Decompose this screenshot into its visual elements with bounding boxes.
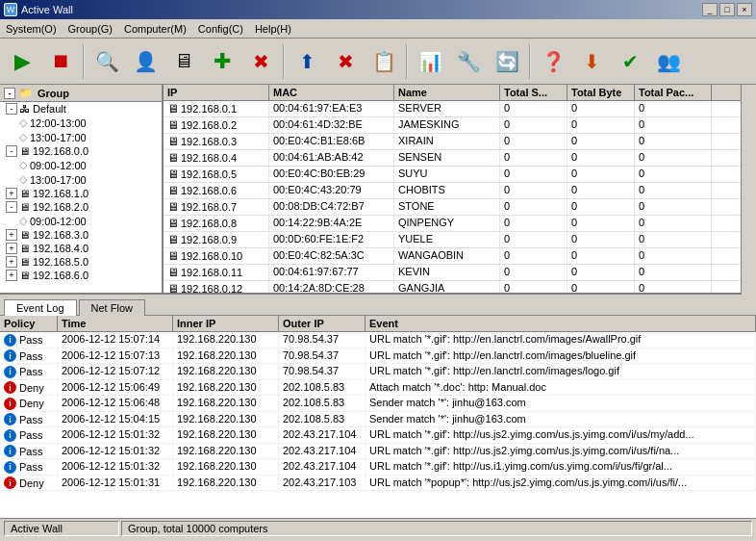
computer-row[interactable]: 🖥 192.168.0.5 00:E0:4C:B0:EB:29 SUYU 0 0… [164,167,756,183]
user-button[interactable]: 👤 [127,42,164,81]
tree-row-ip1[interactable]: - 🖥 192.168.0.0 [0,144,162,158]
computer-row[interactable]: 🖥 192.168.0.4 00:04:61:AB:AB:42 SENSEN 0… [164,150,756,167]
tree-row-ip3[interactable]: - 🖥 192.168.2.0 [0,200,162,214]
policy-up-button[interactable]: ⬆ [289,42,325,81]
log-cell-innerip: 192.168.220.130 [173,332,279,348]
policy-label: Pass [19,350,42,362]
tree-row-time5[interactable]: ◇ 09:00-12:00 [0,214,162,228]
stop-button[interactable]: ⏹ [42,42,79,81]
expand-ip2[interactable]: + [6,188,17,199]
cell-name: SENSEN [394,150,500,166]
tree-row-time4[interactable]: ◇ 13:00-17:00 [0,172,162,187]
minimize-button[interactable]: _ [702,3,718,16]
computer-row[interactable]: 🖥 192.168.0.6 00:E0:4C:43:20:79 CHOBITS … [164,183,756,199]
tools-button[interactable]: 🔧 [450,42,487,81]
tree-label-ip7: 192.168.6.0 [33,270,88,281]
computer-row[interactable]: 🖥 192.168.0.11 00:04:61:97:67:77 KEVIN 0… [164,265,756,281]
col-mac: MAC [269,85,394,100]
log-row[interactable]: i Pass 2006-12-12 15:07:14 192.168.220.1… [0,332,756,348]
cell-mac: 00:14:22:9B:4A:2E [269,216,394,231]
help-button[interactable]: ❓ [535,42,571,81]
log-cell-policy: i Pass [0,364,58,379]
log-row[interactable]: i Pass 2006-12-12 15:07:12 192.168.220.1… [0,364,756,380]
cell-name: JAMESKING [394,117,500,133]
log-cell-innerip: 192.168.220.130 [173,348,279,364]
expand-ip3[interactable]: - [6,201,17,213]
tree-row-time2[interactable]: ◇ 13:00-17:00 [0,130,162,144]
cell-totalpac: 0 [635,265,712,280]
cell-totalbyte: 0 [567,134,635,149]
computer-row[interactable]: 🖥 192.168.0.10 00:E0:4C:82:5A:3C WANGAOB… [164,248,756,265]
tree-root-expand[interactable]: - [4,88,15,99]
expand-default[interactable]: - [6,103,17,115]
tree-row-time3[interactable]: ◇ 09:00-12:00 [0,158,162,172]
expand-ip6[interactable]: + [6,256,17,268]
cell-ip: 192.168.0.9 [181,234,237,245]
add-group-button[interactable]: ✚ [204,42,240,81]
cell-ip: 192.168.0.3 [181,136,237,147]
title-bar-controls[interactable]: _ □ × [702,3,752,16]
computer-row[interactable]: 🖥 192.168.0.12 00:14:2A:8D:CE:28 GANGJIA… [164,281,756,293]
log-row[interactable]: i Pass 2006-12-12 15:07:13 192.168.220.1… [0,348,756,365]
expand-ip4[interactable]: + [6,229,17,241]
menu-group[interactable]: Group(G) [63,21,118,37]
menu-system[interactable]: System(O) [0,21,63,37]
tree-row-time1[interactable]: ◇ 12:00-13:00 [0,116,162,130]
search-button[interactable]: 🔍 [88,42,125,81]
log-row[interactable]: i Deny 2006-12-12 15:06:49 192.168.220.1… [0,380,756,397]
tab-event-log[interactable]: Event Log [4,299,77,316]
log-row[interactable]: i Pass 2006-12-12 15:04:15 192.168.220.1… [0,412,756,428]
computer-button[interactable]: 🖥 [165,42,202,81]
tree-label-time3: 09:00-12:00 [30,160,87,171]
computer-row[interactable]: 🖥 192.168.0.2 00:04:61:4D:32:BE JAMESKIN… [164,117,756,134]
computer-row[interactable]: 🖥 192.168.0.9 00:0D:60:FE:1E:F2 YUELE 0 … [164,232,756,248]
download-button[interactable]: ⬇ [573,42,610,81]
play-button[interactable]: ▶ [4,42,40,81]
log-cell-policy: i Deny [0,396,58,411]
log-cell-policy: i Pass [0,444,58,459]
expand-ip1[interactable]: - [6,145,17,157]
policy-report-button[interactable]: 📋 [365,42,402,81]
cell-totals: 0 [500,265,567,280]
computer-scrollbar[interactable] [741,85,756,293]
menu-help[interactable]: Help(H) [249,21,297,37]
toolbar: ▶ ⏹ 🔍 👤 🖥 ✚ ✖ ⬆ ✖ 📋 📊 🔧 🔄 [0,39,756,85]
tree-label-default: Default [33,103,66,115]
expand-ip7[interactable]: + [6,270,17,281]
log-cell-event: URL match '*.gif': http://us.js2.yimg.co… [365,444,756,459]
expand-ip5[interactable]: + [6,243,17,254]
menu-computer[interactable]: Computer(M) [118,21,192,37]
users-button[interactable]: 👥 [650,42,687,81]
log-row[interactable]: i Deny 2006-12-12 15:01:31 192.168.220.1… [0,476,756,492]
maximize-button[interactable]: □ [719,3,735,16]
log-cell-event: URL match '*.gif': http://en.lanctrl.com… [365,332,756,348]
log-row[interactable]: i Pass 2006-12-12 15:01:32 192.168.220.1… [0,427,756,444]
tree-row-ip7[interactable]: + 🖥 192.168.6.0 [0,269,162,282]
refresh-button[interactable]: 🔄 [489,42,525,81]
tree-row-ip2[interactable]: + 🖥 192.168.1.0 [0,187,162,200]
cell-totals: 0 [500,167,567,182]
status-pane-1: Active Wall [4,521,119,536]
policy-up-icon: ⬆ [293,48,320,75]
computer-row[interactable]: 🖥 192.168.0.3 00:E0:4C:B1:E8:6B XIRAIN 0… [164,134,756,150]
cell-totals: 0 [500,150,567,166]
delete-button[interactable]: ✖ [242,42,279,81]
tree-row-ip4[interactable]: + 🖥 192.168.3.0 [0,228,162,242]
log-row[interactable]: i Pass 2006-12-12 15:01:32 192.168.220.1… [0,459,756,476]
tab-net-flow[interactable]: Net Flow [79,299,145,316]
tree-row-ip6[interactable]: + 🖥 192.168.5.0 [0,255,162,269]
tree-row-ip5[interactable]: + 🖥 192.168.4.0 [0,242,162,255]
policy-deny-button[interactable]: ✖ [327,42,364,81]
log-cell-outerip: 202.108.5.83 [279,396,365,411]
close-button[interactable]: × [737,3,752,16]
computer-row[interactable]: 🖥 192.168.0.8 00:14:22:9B:4A:2E QINPENGY… [164,216,756,232]
cell-totalpac: 0 [635,150,712,166]
chart-button[interactable]: 📊 [412,42,448,81]
computer-row[interactable]: 🖥 192.168.0.1 00:04:61:97:EA:E3 SERVER 0… [164,101,756,117]
log-row[interactable]: i Deny 2006-12-12 15:06:48 192.168.220.1… [0,396,756,412]
tree-row-default[interactable]: - 🖧 Default [0,102,162,116]
computer-row[interactable]: 🖥 192.168.0.7 00:08:DB:C4:72:B7 STONE 0 … [164,199,756,216]
log-row[interactable]: i Pass 2006-12-12 15:01:32 192.168.220.1… [0,444,756,460]
approve-button[interactable]: ✔ [612,42,648,81]
menu-config[interactable]: Config(C) [192,21,249,37]
